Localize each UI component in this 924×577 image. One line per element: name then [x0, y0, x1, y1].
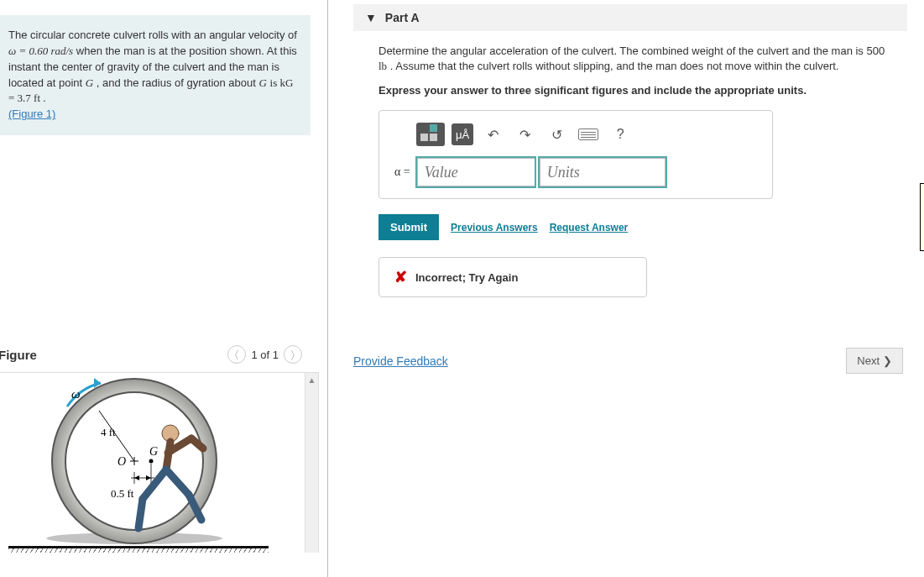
part-label: Part A — [385, 11, 420, 24]
radius-label: 4 ft — [101, 426, 116, 438]
reset-button[interactable]: ↺ — [544, 123, 569, 145]
chevron-right-icon: ❯ — [883, 354, 892, 367]
offset-label: 0.5 ft — [111, 487, 134, 500]
omega-label: ω — [71, 387, 81, 401]
figure-scrollbar[interactable]: ▲ — [305, 373, 318, 553]
help-button[interactable]: ? — [608, 123, 633, 145]
incorrect-icon: ✘ — [394, 268, 407, 286]
omega-value: ω = 0.60 rad/s — [8, 45, 73, 57]
point-g-2: G — [259, 76, 267, 89]
svg-point-7 — [149, 459, 154, 464]
figure-diagram: ω 4 ft O G 0.5 ft — [0, 373, 294, 549]
answer-box: μÅ ↶ ↷ ↺ ? α = — [378, 110, 773, 199]
problem-text: The circular concrete culvert rolls with… — [8, 29, 297, 41]
request-answer-link[interactable]: Request Answer — [550, 222, 629, 233]
instruction-line-1: Determine the angular acceleration of th… — [378, 44, 890, 74]
next-button[interactable]: Next ❯ — [846, 348, 903, 374]
g-label: G — [149, 445, 158, 458]
value-input[interactable] — [417, 158, 535, 186]
figure-link[interactable]: (Figure 1) — [8, 108, 55, 120]
instruction-line-2: Express your answer to three significant… — [378, 84, 890, 97]
units-tooltip: Units input for part A — [920, 183, 924, 251]
alpha-label: α = — [391, 158, 417, 186]
next-label: Next — [857, 354, 880, 367]
pager-text: 1 of 1 — [251, 349, 279, 361]
feedback-message: ✘ Incorrect; Try Again — [378, 257, 647, 297]
provide-feedback-link[interactable]: Provide Feedback — [353, 354, 448, 368]
part-header[interactable]: ▼ Part A — [353, 4, 907, 31]
submit-button[interactable]: Submit — [378, 214, 439, 240]
figure-panel: ω 4 ft O G 0.5 ft — [0, 372, 319, 553]
templates-button[interactable] — [416, 123, 445, 146]
point-g: G — [86, 76, 93, 89]
figure-title: Figure — [0, 348, 37, 362]
next-figure-button[interactable]: 〉 — [284, 345, 302, 364]
special-chars-button[interactable]: μÅ — [452, 123, 473, 145]
prev-figure-button[interactable]: 〈 — [227, 345, 246, 364]
svg-line-18 — [138, 499, 143, 528]
problem-statement: The circular concrete culvert rolls with… — [0, 15, 311, 135]
keyboard-icon — [578, 129, 598, 140]
o-label: O — [117, 455, 126, 468]
units-input[interactable] — [540, 158, 666, 186]
undo-button[interactable]: ↶ — [480, 123, 505, 145]
scroll-up-icon[interactable]: ▲ — [305, 373, 318, 386]
collapse-icon: ▼ — [365, 11, 377, 24]
problem-text-3: , and the radius of gyration about — [97, 76, 259, 89]
keyboard-button[interactable] — [576, 123, 601, 145]
feedback-text: Incorrect; Try Again — [415, 271, 518, 284]
redo-button[interactable]: ↷ — [512, 123, 537, 145]
figure-pager: 〈 1 of 1 〉 — [227, 345, 302, 364]
previous-answers-link[interactable]: Previous Answers — [451, 222, 538, 233]
